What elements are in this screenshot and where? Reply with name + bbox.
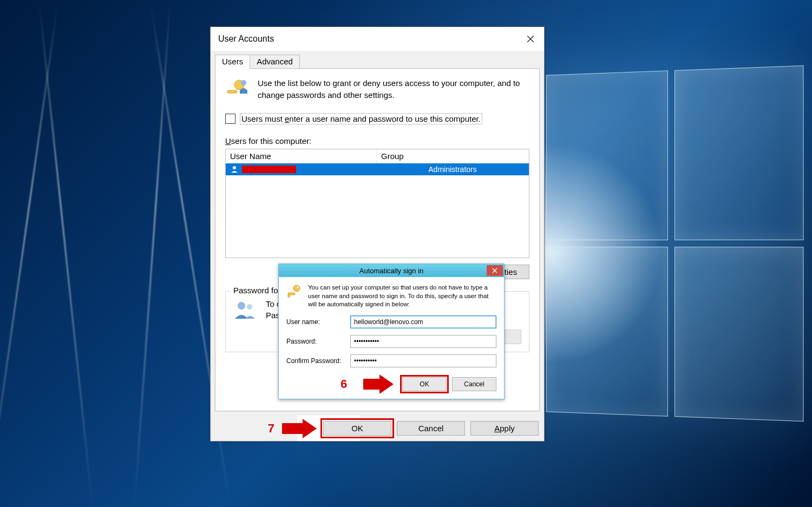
close-icon	[492, 268, 497, 273]
must-enter-password-label: Users must enter a user name and passwor…	[240, 113, 482, 124]
close-icon	[527, 35, 534, 43]
close-button[interactable]	[517, 27, 544, 51]
svg-point-4	[238, 302, 245, 310]
apply-button[interactable]: Apply	[470, 421, 539, 436]
username-redacted	[242, 166, 296, 173]
svg-point-7	[297, 286, 298, 288]
inner-cancel-button[interactable]: Cancel	[452, 377, 496, 391]
tab-advanced[interactable]: Advanced	[250, 55, 300, 69]
password-input[interactable]	[350, 335, 496, 348]
windows-logo-panes	[546, 65, 804, 422]
column-group[interactable]: Group	[377, 149, 529, 163]
confirm-password-label: Confirm Password:	[286, 357, 350, 365]
svg-rect-1	[227, 90, 237, 93]
list-header: User Name Group	[226, 149, 529, 163]
tab-panel-users: Use the list below to grant or deny user…	[215, 68, 540, 411]
must-enter-password-checkbox[interactable]	[225, 114, 235, 124]
inner-intro-text: You can set up your computer so that use…	[308, 284, 496, 309]
groupbox-title: Password for	[231, 286, 283, 295]
cancel-button[interactable]: Cancel	[397, 421, 465, 436]
dialog-title: User Accounts	[218, 34, 517, 44]
keys-users-icon	[225, 77, 249, 101]
svg-rect-8	[288, 293, 295, 295]
svg-rect-9	[288, 295, 290, 297]
user-accounts-dialog: User Accounts Users Advanced Use the lis…	[210, 27, 545, 442]
tab-users[interactable]: Users	[215, 55, 250, 69]
user-row-selected[interactable]: Administrators	[226, 163, 529, 175]
users-list[interactable]: User Name Group Administrators	[225, 149, 529, 258]
annotation-step-7: 7	[268, 422, 274, 436]
user-row-group: Administrators	[376, 163, 529, 176]
tab-strip: Users Advanced	[211, 51, 544, 69]
intro-text: Use the list below to grant or deny user…	[258, 77, 529, 101]
svg-point-3	[233, 166, 236, 169]
username-input[interactable]	[350, 315, 496, 328]
username-label: User name:	[286, 318, 350, 326]
password-label: Password:	[286, 338, 350, 345]
column-username[interactable]: User Name	[226, 149, 377, 163]
svg-point-2	[241, 80, 246, 85]
people-icon	[233, 300, 257, 322]
svg-point-5	[247, 304, 252, 310]
users-list-label: Users for this computer:	[225, 136, 529, 146]
svg-point-6	[293, 285, 300, 292]
dialog-footer: 7 OK Cancel Apply	[211, 416, 544, 441]
key-icon	[286, 284, 302, 299]
inner-close-button[interactable]	[487, 265, 503, 276]
inner-dialog-title: Automatically sign in	[359, 267, 424, 275]
inner-dialog-titlebar[interactable]: Automatically sign in	[279, 264, 504, 277]
annotation-step-6: 6	[340, 377, 347, 391]
dialog-titlebar[interactable]: User Accounts	[211, 27, 544, 51]
inner-ok-button[interactable]: OK	[402, 377, 447, 391]
ok-button[interactable]: OK	[323, 421, 391, 436]
auto-signin-dialog: Automatically sign in You can set up you…	[278, 264, 505, 399]
user-row-icon	[230, 166, 239, 173]
confirm-password-input[interactable]	[350, 354, 496, 367]
